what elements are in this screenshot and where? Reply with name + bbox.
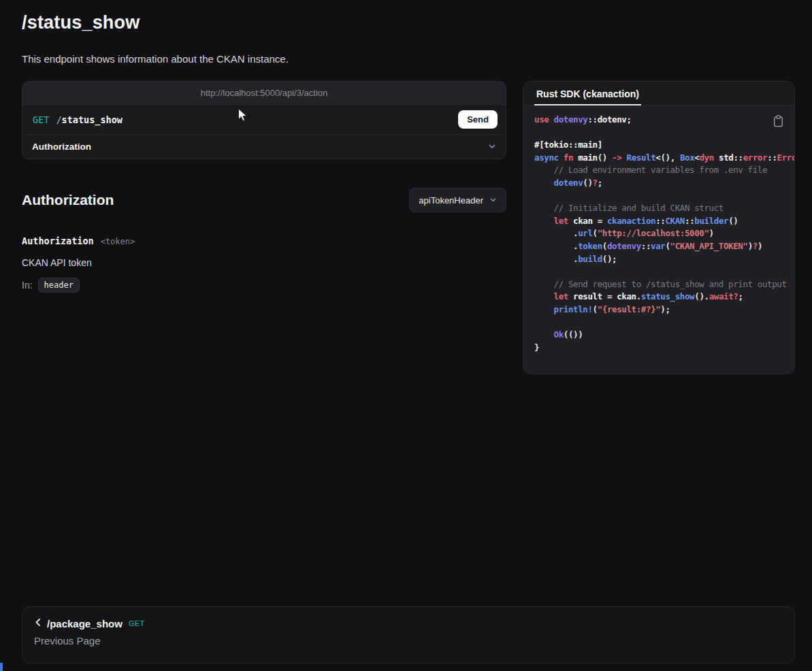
- api-request-card: http://localhost:5000/api/3/action GET /…: [22, 81, 506, 159]
- clipboard-icon: [773, 119, 783, 129]
- chevron-down-icon: [489, 195, 497, 206]
- auth-in-value-badge: header: [38, 278, 80, 293]
- previous-endpoint-title: /package_show: [47, 618, 123, 629]
- previous-page-label: Previous Page: [34, 635, 783, 647]
- content-columns: http://localhost:5000/api/3/action GET /…: [22, 81, 795, 374]
- copy-code-button[interactable]: [772, 114, 785, 131]
- page-title: /status_show: [22, 12, 795, 33]
- sdk-card-header: Rust SDK (ckanaction): [523, 82, 794, 105]
- page: /status_show This endpoint shows informa…: [0, 0, 812, 374]
- auth-scheme-dropdown[interactable]: apiTokenHeader: [409, 188, 506, 212]
- previous-page-card[interactable]: /package_show GET Previous Page: [22, 606, 795, 664]
- sdk-tab-rust[interactable]: Rust SDK (ckanaction): [534, 82, 641, 105]
- endpoint-path-slash: /: [56, 114, 61, 125]
- auth-scheme-selected: apiTokenHeader: [419, 195, 483, 206]
- code-block: use dotenvy::dotenv; #[tokio::main]async…: [534, 114, 794, 354]
- left-column: http://localhost:5000/api/3/action GET /…: [22, 81, 506, 293]
- chevron-left-icon: [34, 617, 42, 629]
- request-row: GET / status_show Send: [22, 105, 506, 135]
- previous-endpoint-method: GET: [129, 619, 145, 627]
- authorization-collapsible-row[interactable]: Authorization: [22, 135, 506, 159]
- http-method-label: GET: [33, 114, 49, 125]
- auth-in-row: In: header: [22, 278, 506, 293]
- auth-in-label: In:: [22, 280, 33, 291]
- corner-accent-bar: [0, 663, 3, 671]
- sdk-example-card: Rust SDK (ckanaction) use dotenvy::doten…: [523, 81, 795, 374]
- base-url-bar[interactable]: http://localhost:5000/api/3/action: [22, 82, 506, 105]
- auth-param-token-placeholder: <token>: [101, 237, 135, 246]
- authorization-row-label: Authorization: [32, 142, 91, 152]
- right-column: Rust SDK (ckanaction) use dotenvy::doten…: [523, 81, 795, 374]
- code-area: use dotenvy::dotenv; #[tokio::main]async…: [523, 105, 794, 374]
- authorization-heading: Authorization: [22, 192, 114, 208]
- authorization-section-header: Authorization apiTokenHeader: [22, 188, 506, 212]
- auth-param-description: CKAN API token: [22, 257, 506, 268]
- chevron-down-icon: [488, 141, 496, 153]
- endpoint-path: status_show: [62, 114, 123, 125]
- page-description: This endpoint shows information about th…: [22, 52, 795, 66]
- send-button[interactable]: Send: [458, 110, 498, 129]
- previous-page-link: /package_show GET: [34, 617, 783, 629]
- auth-param-name: Authorization: [22, 235, 94, 246]
- auth-param-row: Authorization <token>: [22, 235, 506, 246]
